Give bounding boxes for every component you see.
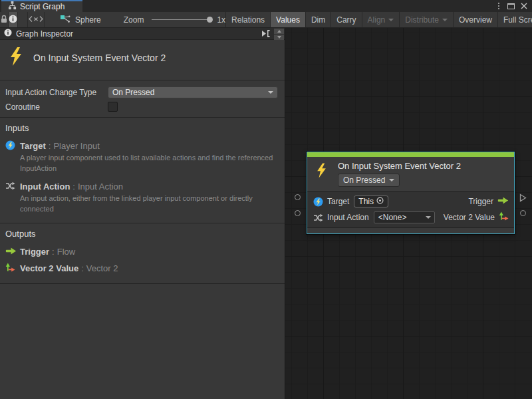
chevron-down-icon <box>442 19 448 21</box>
maximize-icon[interactable] <box>507 3 515 9</box>
flow-arrow-icon <box>5 245 17 258</box>
chevron-down-icon <box>389 179 394 182</box>
unit-title: On Input System Event Vector 2 <box>33 53 166 63</box>
dock-panel-icon[interactable] <box>261 30 270 39</box>
scroll-up-button[interactable] <box>274 29 284 34</box>
title-bar: Script Graph <box>0 0 532 12</box>
lock-icon <box>0 15 8 25</box>
list-item: Target:Player Input A player input compo… <box>5 140 275 174</box>
lightning-bolt-icon <box>8 47 24 69</box>
vector2-port-label: Vector 2 Value <box>444 213 495 222</box>
change-type-label: Input Action Change Type <box>5 88 108 97</box>
angle-x-icon <box>28 15 44 25</box>
inspector-toggle-button[interactable] <box>9 12 18 27</box>
coroutine-checkbox[interactable] <box>108 102 118 112</box>
port-type: Input Action <box>78 182 123 192</box>
kebab-menu-icon[interactable] <box>496 2 501 10</box>
vector2-output-port[interactable] <box>520 210 526 216</box>
toolbar-toggles: Relations Values Dim Carry Align Distrib… <box>225 12 532 27</box>
info-icon <box>9 15 17 25</box>
tab-script-graph[interactable]: Script Graph <box>1 0 82 12</box>
inspector-header: Graph Inspector <box>0 28 285 40</box>
coroutine-label: Coroutine <box>5 102 108 112</box>
port-name: Target <box>20 141 46 151</box>
overview-button[interactable]: Overview <box>453 12 497 27</box>
port-description: A player input component used to list av… <box>20 153 275 174</box>
carry-button[interactable]: Carry <box>331 12 361 27</box>
list-item: Trigger:Flow <box>5 245 275 258</box>
graph-breadcrumb[interactable]: Sphere <box>61 12 101 27</box>
window-controls <box>496 0 532 12</box>
unit-title-block: On Input System Event Vector 2 <box>0 40 285 80</box>
port-name: Vector 2 Value <box>20 263 78 273</box>
node-header[interactable]: On Input System Event Vector 2 On Presse… <box>307 157 514 192</box>
inputs-heading: Inputs <box>5 123 275 133</box>
zoom-slider[interactable] <box>152 19 210 20</box>
script-graph-node-icon <box>61 15 70 25</box>
input-action-icon <box>5 180 17 215</box>
port-type: Flow <box>57 247 75 257</box>
object-picker-icon[interactable] <box>376 197 384 206</box>
variables-toggle-button[interactable] <box>27 12 45 27</box>
port-name: Input Action <box>20 182 70 192</box>
chevron-down-icon <box>388 19 394 21</box>
zoom-label: Zoom <box>124 15 144 25</box>
inspector-title: Graph Inspector <box>16 29 73 39</box>
player-input-icon <box>5 140 17 174</box>
port-type: Vector 2 <box>86 263 118 273</box>
scroll-down-button[interactable] <box>274 35 284 40</box>
inspector-empty-area <box>0 284 285 399</box>
tab-label: Script Graph <box>20 2 65 11</box>
node-row-action-vector: Input Action <None> Vector 2 Value <box>313 209 509 225</box>
node-footer <box>307 227 514 233</box>
input-action-icon <box>313 213 323 223</box>
full-screen-button[interactable]: Full Screen <box>497 12 532 27</box>
port-name: Trigger <box>20 247 49 257</box>
input-action-port-label: Input Action <box>327 213 369 222</box>
distribute-button[interactable]: Distribute <box>399 12 453 27</box>
graph-toolbar: Sphere Zoom 1x Relations Values Dim Carr… <box>0 12 532 28</box>
target-port-label: Target <box>327 197 349 206</box>
event-node[interactable]: On Input System Event Vector 2 On Presse… <box>307 152 515 234</box>
lock-button[interactable] <box>0 12 9 27</box>
trigger-output-port[interactable] <box>519 193 527 205</box>
target-input-port[interactable] <box>295 194 301 200</box>
vector2-icon <box>499 211 509 224</box>
zoom-slider-thumb[interactable] <box>207 17 213 23</box>
change-type-dropdown[interactable]: On Pressed <box>108 86 278 98</box>
inputs-section: Inputs Target:Player Input A player inpu… <box>0 118 285 223</box>
input-action-input-port[interactable] <box>295 210 301 216</box>
graph-canvas[interactable]: On Input System Event Vector 2 On Presse… <box>285 28 532 399</box>
node-title: On Input System Event Vector 2 <box>338 160 461 171</box>
target-object-field[interactable]: This <box>354 196 388 207</box>
lightning-bolt-icon <box>315 160 328 187</box>
outputs-section: Outputs Trigger:Flow <box>0 223 285 284</box>
node-body: Target This Trigger <box>307 192 514 227</box>
input-action-dropdown[interactable]: <None> <box>374 211 435 223</box>
port-description: An input action, either from the linked … <box>20 194 275 215</box>
inspector-scroll-arrows <box>274 29 284 40</box>
unit-settings: Input Action Change Type On Pressed Coro… <box>0 80 285 118</box>
values-button[interactable]: Values <box>270 12 305 27</box>
zoom-control: Zoom 1x <box>124 12 225 27</box>
outputs-heading: Outputs <box>5 229 275 239</box>
graph-name: Sphere <box>75 15 101 25</box>
zoom-value: 1x <box>217 15 225 25</box>
vector2-icon <box>5 262 17 275</box>
dim-button[interactable]: Dim <box>305 12 331 27</box>
node-color-strip <box>307 152 514 157</box>
relations-button[interactable]: Relations <box>225 12 270 27</box>
chevron-down-icon <box>268 91 273 94</box>
graph-inspector-panel: Graph Inspector On Input System Event Ve… <box>0 28 285 399</box>
flow-arrow-icon <box>497 196 509 207</box>
close-icon[interactable] <box>521 0 527 12</box>
list-item: Vector 2 Value:Vector 2 <box>5 262 275 275</box>
player-input-icon <box>313 197 323 207</box>
port-type: Player Input <box>53 141 99 151</box>
align-button[interactable]: Align <box>362 12 400 27</box>
unity-visual-scripting-window: Script Graph <box>0 0 532 399</box>
info-icon <box>4 29 12 39</box>
node-mode-dropdown[interactable]: On Pressed <box>338 174 400 187</box>
node-row-target-trigger: Target This Trigger <box>313 194 509 209</box>
graph-hierarchy-icon <box>8 1 17 12</box>
